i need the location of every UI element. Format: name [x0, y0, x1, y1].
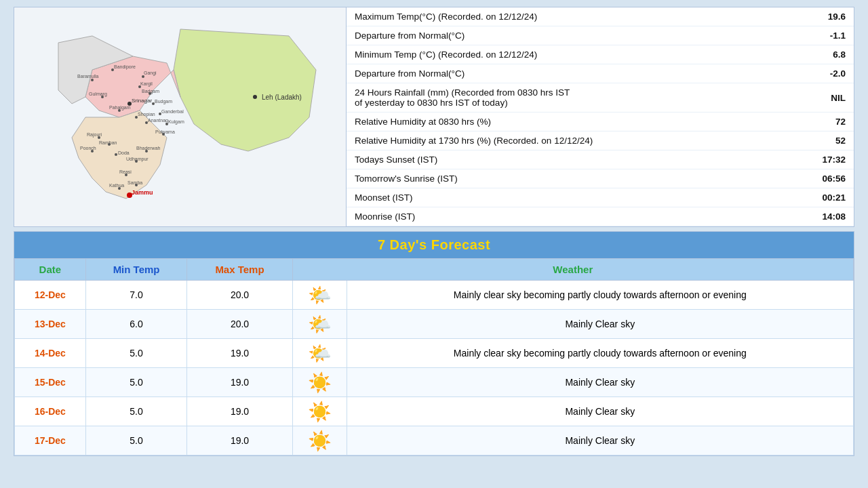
sunrise-label: Tomorrow's Sunrise (IST)	[347, 169, 765, 188]
svg-text:Baramulla: Baramulla	[77, 74, 99, 79]
rainfall-label: 24 Hours Rainfall (mm) (Recorded from 08…	[347, 83, 765, 113]
row-weather-desc: Mainly Clear sky	[347, 426, 853, 455]
row-weather-icon: 🌤️	[292, 339, 347, 368]
row-min-temp: 5.0	[85, 426, 187, 455]
row-weather-desc: Mainly Clear sky	[347, 368, 853, 397]
row-weather-desc: Mainly Clear sky	[347, 310, 853, 339]
min-temp-value: 6.8	[765, 45, 854, 64]
svg-point-44	[115, 153, 117, 156]
humidity-1730-label: Relative Humidity at 1730 hrs (%) (Recor…	[347, 131, 765, 150]
forecast-section: 7 Day's Forecast Date Min Temp Max Temp …	[14, 231, 854, 456]
dep-normal2-value: -2.0	[765, 64, 854, 83]
row-min-temp: 5.0	[85, 368, 187, 397]
min-temp-label: Minimum Temp (°C) (Recorded. on 12/12/24…	[347, 45, 765, 64]
row-date: 17-Dec	[15, 426, 86, 455]
row-max-temp: 20.0	[187, 310, 292, 339]
row-weather-icon: ☀️	[292, 426, 347, 455]
header-max-temp: Max Temp	[187, 259, 292, 281]
svg-text:Doda: Doda	[118, 150, 130, 155]
header-weather: Weather	[292, 259, 853, 281]
row-max-temp: 19.0	[187, 339, 292, 368]
svg-text:Bandipore: Bandipore	[114, 64, 136, 70]
dep-normal2-label: Departure from Normal(°C)	[347, 64, 765, 83]
sunset-label: Todays Sunset (IST)	[347, 150, 765, 169]
svg-text:Poonch: Poonch	[80, 146, 96, 150]
sunrise-value: 06:56	[765, 169, 854, 188]
dep-normal1-value: -1.1	[765, 26, 854, 45]
row-date: 13-Dec	[15, 310, 86, 339]
row-date: 15-Dec	[15, 368, 86, 397]
max-temp-value: 19.6	[765, 7, 854, 26]
svg-text:Leh (Ladakh): Leh (Ladakh)	[262, 94, 302, 101]
max-temp-label: Maximum Temp(°C) (Recorded. on 12/12/24)	[347, 7, 765, 26]
table-row: 16-Dec 5.0 19.0 ☀️ Mainly Clear sky	[15, 397, 854, 426]
svg-text:Rajouri: Rajouri	[87, 132, 102, 138]
row-max-temp: 19.0	[187, 426, 292, 455]
map-area: Leh (Ladakh) Srinagar Baramulla Bandipor…	[14, 7, 347, 226]
row-date: 12-Dec	[15, 281, 86, 310]
top-section: Leh (Ladakh) Srinagar Baramulla Bandipor…	[14, 7, 854, 227]
svg-point-8	[142, 75, 144, 78]
svg-text:Udhampur: Udhampur	[126, 157, 149, 162]
row-weather-desc: Mainly clear sky becoming partly cloudy …	[347, 339, 853, 368]
row-weather-icon: 🌤️	[292, 310, 347, 339]
humidity-1730-value: 52	[765, 131, 854, 150]
humidity-0830-label: Relative Humidity at 0830 hrs (%)	[347, 113, 765, 131]
row-min-temp: 5.0	[85, 397, 187, 426]
svg-text:Anantnag: Anantnag	[148, 118, 168, 123]
row-max-temp: 19.0	[187, 368, 292, 397]
svg-text:Reasi: Reasi	[119, 169, 132, 174]
jk-map: Leh (Ladakh) Srinagar Baramulla Bandipor…	[31, 16, 330, 219]
rainfall-value: NIL	[765, 83, 854, 113]
row-weather-icon: ☀️	[292, 368, 347, 397]
row-weather-desc: Mainly Clear sky	[347, 397, 853, 426]
row-weather-icon: 🌤️	[292, 281, 347, 310]
svg-text:Samba: Samba	[127, 180, 142, 185]
moonrise-value: 14:08	[765, 207, 854, 226]
svg-text:Kathua: Kathua	[109, 183, 124, 188]
dep-normal1-label: Departure from Normal(°C)	[347, 26, 765, 45]
table-row: 13-Dec 6.0 20.0 🌤️ Mainly Clear sky	[15, 310, 854, 339]
moonset-value: 00:21	[765, 188, 854, 207]
table-row: 12-Dec 7.0 20.0 🌤️ Mainly clear sky beco…	[15, 281, 854, 310]
svg-text:Pahalgam: Pahalgam	[109, 105, 131, 110]
row-weather-desc: Mainly clear sky becoming partly cloudy …	[347, 281, 853, 310]
humidity-0830-value: 72	[765, 113, 854, 131]
row-min-temp: 6.0	[85, 310, 187, 339]
moonset-label: Moonset (IST)	[347, 188, 765, 207]
table-row: 17-Dec 5.0 19.0 ☀️ Mainly Clear sky	[15, 426, 854, 455]
header-date: Date	[15, 259, 86, 281]
svg-text:Gangi: Gangi	[144, 70, 157, 76]
svg-text:Pulwama: Pulwama	[155, 129, 175, 134]
sunset-value: 17:32	[765, 150, 854, 169]
forecast-table: Date Min Temp Max Temp Weather 12-Dec 7.…	[14, 258, 854, 455]
moonrise-label: Moonrise (IST)	[347, 207, 765, 226]
svg-text:Ramban: Ramban	[99, 140, 117, 145]
table-row: 14-Dec 5.0 19.0 🌤️ Mainly clear sky beco…	[15, 339, 854, 368]
row-min-temp: 5.0	[85, 339, 187, 368]
row-weather-icon: ☀️	[292, 397, 347, 426]
svg-text:Srinagar: Srinagar	[132, 98, 153, 104]
weather-data-panel: Maximum Temp(°C) (Recorded. on 12/12/24)…	[347, 7, 854, 226]
table-row: 15-Dec 5.0 19.0 ☀️ Mainly Clear sky	[15, 368, 854, 397]
svg-text:Ganderbal: Ganderbal	[161, 109, 184, 114]
svg-point-4	[91, 79, 94, 81]
forecast-title: 7 Day's Forecast	[14, 232, 854, 258]
row-min-temp: 7.0	[85, 281, 187, 310]
main-container: Leh (Ladakh) Srinagar Baramulla Bandipor…	[14, 0, 854, 463]
svg-text:Kargil: Kargil	[140, 81, 153, 87]
svg-text:Badgam: Badgam	[142, 89, 159, 94]
header-min-temp: Min Temp	[85, 259, 187, 281]
row-date: 14-Dec	[15, 339, 86, 368]
row-max-temp: 20.0	[187, 281, 292, 310]
row-date: 16-Dec	[15, 397, 86, 426]
svg-point-0	[253, 95, 257, 99]
svg-text:Kulgam: Kulgam	[168, 119, 184, 125]
svg-text:Jammu: Jammu	[132, 189, 153, 196]
row-max-temp: 19.0	[187, 397, 292, 426]
svg-text:Gulmarg: Gulmarg	[89, 92, 107, 97]
svg-text:Budgam: Budgam	[155, 99, 172, 104]
svg-text:Bhaderwah: Bhaderwah	[136, 146, 161, 150]
svg-text:Shopian: Shopian	[138, 112, 155, 117]
